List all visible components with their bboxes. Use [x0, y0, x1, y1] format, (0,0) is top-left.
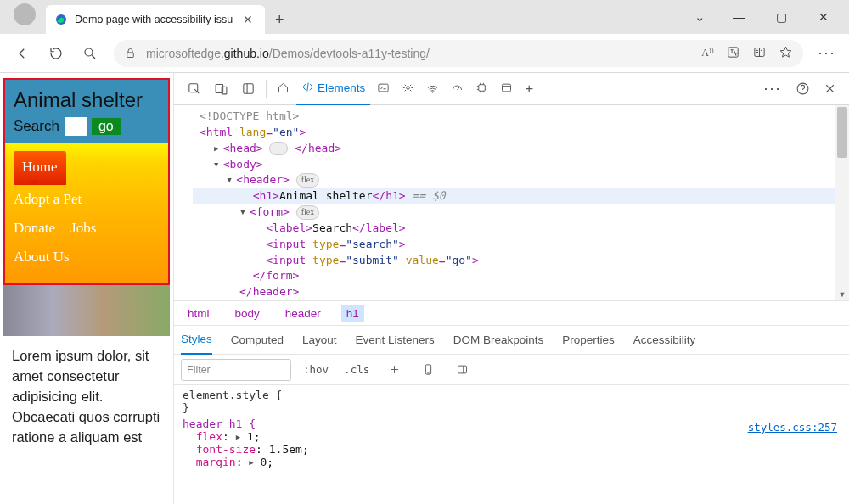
- crumb-header[interactable]: header: [280, 305, 326, 322]
- back-button[interactable]: [7, 38, 37, 69]
- styles-toolbar: Filter :hov .cls: [174, 355, 849, 385]
- styles-tabs: Styles Computed Layout Event Listeners D…: [174, 326, 849, 355]
- tab-layout[interactable]: Layout: [302, 326, 337, 355]
- svg-point-10: [407, 86, 410, 89]
- refresh-button[interactable]: [41, 38, 71, 69]
- devtools-panel: Elements + ··· ⋯ <!DOCTYPE html> <html l…: [174, 73, 849, 504]
- device-emulation-icon[interactable]: [415, 357, 441, 383]
- menu-button[interactable]: ···: [812, 44, 842, 62]
- tab-application[interactable]: [495, 73, 518, 105]
- dom-tree[interactable]: ⋯ <!DOCTYPE html> <html lang="en"> ▸<hea…: [193, 105, 835, 300]
- help-icon[interactable]: [790, 76, 815, 102]
- close-window-button[interactable]: ✕: [805, 1, 842, 33]
- tab-event-listeners[interactable]: Event Listeners: [356, 326, 435, 355]
- tab-network[interactable]: [421, 73, 444, 105]
- nav-jobs[interactable]: Jobs: [70, 214, 96, 243]
- svg-rect-3: [728, 47, 738, 56]
- page-title: Animal shelter: [14, 88, 160, 112]
- dom-breadcrumb: html body header h1: [174, 300, 849, 326]
- svg-rect-12: [479, 84, 486, 91]
- tab-title: Demo page with accessibility issu: [75, 14, 233, 25]
- tab-sources[interactable]: [396, 73, 419, 105]
- new-style-rule-icon[interactable]: [381, 357, 407, 383]
- search-label: Search: [14, 118, 59, 135]
- url-text: microsoftedge.github.io/Demos/devtools-a…: [146, 47, 430, 60]
- svg-rect-2: [127, 52, 134, 57]
- svg-rect-8: [243, 84, 252, 93]
- address-bar[interactable]: microsoftedge.github.io/Demos/devtools-a…: [114, 40, 803, 67]
- tab-dom-breakpoints[interactable]: DOM Breakpoints: [453, 326, 544, 355]
- minimize-button[interactable]: —: [720, 1, 757, 33]
- tab-welcome[interactable]: [272, 73, 295, 105]
- devtools-toolbar: Elements + ···: [174, 73, 849, 105]
- profile-avatar[interactable]: [14, 3, 36, 25]
- scroll-down-icon[interactable]: ▼: [835, 288, 849, 300]
- dock-icon[interactable]: [235, 76, 261, 102]
- svg-point-11: [432, 91, 433, 92]
- nav-home[interactable]: Home: [14, 151, 66, 185]
- translate-icon[interactable]: [726, 45, 740, 62]
- browser-tab-active[interactable]: Demo page with accessibility issu ✕: [46, 5, 265, 34]
- svg-rect-13: [503, 84, 511, 92]
- tab-memory[interactable]: [470, 73, 493, 105]
- dom-scrollbar[interactable]: ▲ ▼: [835, 105, 849, 300]
- svg-rect-9: [379, 84, 388, 92]
- svg-point-1: [85, 48, 93, 56]
- maximize-button[interactable]: ▢: [762, 1, 800, 33]
- favorite-icon[interactable]: [779, 45, 793, 62]
- close-devtools-icon[interactable]: [817, 76, 842, 102]
- tab-accessibility[interactable]: Accessibility: [633, 326, 696, 355]
- tab-styles[interactable]: Styles: [181, 326, 212, 355]
- tab-close-icon[interactable]: ✕: [239, 13, 256, 26]
- inspector-highlight: Animal shelter Search go Home Adopt a Pe…: [3, 78, 170, 285]
- tab-computed[interactable]: Computed: [231, 326, 284, 355]
- tab-elements[interactable]: Elements: [296, 73, 370, 105]
- search-input[interactable]: [65, 117, 87, 136]
- lorem-text: Lorem ipsum dolor, sit amet consectetur …: [0, 336, 173, 458]
- computed-sidebar-icon[interactable]: [449, 357, 475, 383]
- chevron-down-icon[interactable]: ⌄: [684, 2, 715, 32]
- window-titlebar: Demo page with accessibility issu ✕ + ⌄ …: [0, 0, 849, 34]
- search-go-button[interactable]: go: [92, 118, 121, 135]
- read-aloud-icon[interactable]: A⁾⁾: [701, 47, 714, 59]
- hov-button[interactable]: :hov: [300, 361, 332, 378]
- crumb-html[interactable]: html: [183, 305, 215, 322]
- tab-performance[interactable]: [446, 73, 469, 105]
- cat-image: [3, 285, 170, 336]
- page-nav: Home Adopt a Pet Donate Jobs About Us: [5, 143, 168, 283]
- new-tab-button[interactable]: +: [265, 5, 294, 34]
- svg-rect-16: [458, 366, 466, 373]
- reader-icon[interactable]: [752, 45, 767, 62]
- device-toggle-icon[interactable]: [208, 76, 233, 102]
- nav-donate[interactable]: Donate: [14, 214, 55, 243]
- lock-icon: [124, 47, 138, 60]
- browser-toolbar: microsoftedge.github.io/Demos/devtools-a…: [0, 34, 849, 73]
- edge-icon: [54, 13, 68, 26]
- styles-filter-input[interactable]: Filter: [181, 359, 291, 381]
- cls-button[interactable]: .cls: [340, 361, 373, 378]
- page-viewport: Animal shelter Search go Home Adopt a Pe…: [0, 73, 174, 504]
- scrollbar-thumb[interactable]: [837, 107, 847, 158]
- crumb-h1[interactable]: h1: [341, 305, 364, 322]
- page-header: Animal shelter Search go: [5, 80, 168, 143]
- nav-about[interactable]: About Us: [14, 243, 160, 272]
- search-button[interactable]: [75, 38, 105, 69]
- tab-properties[interactable]: Properties: [562, 326, 615, 355]
- crumb-body[interactable]: body: [230, 305, 265, 322]
- inspect-icon[interactable]: [181, 76, 206, 102]
- source-link[interactable]: styles.css:257: [748, 421, 837, 434]
- tab-console[interactable]: [372, 73, 395, 105]
- more-tabs-button[interactable]: +: [520, 73, 538, 105]
- devtools-menu-icon[interactable]: ···: [757, 80, 788, 98]
- styles-rules[interactable]: styles.css:257 element.style { } header …: [174, 385, 849, 504]
